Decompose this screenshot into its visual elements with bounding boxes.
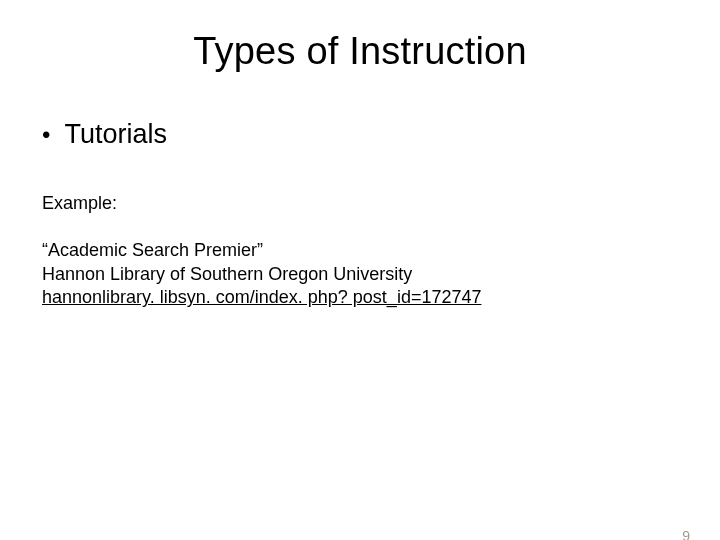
example-source: Hannon Library of Southern Oregon Univer… xyxy=(42,263,720,286)
page-title: Types of Instruction xyxy=(0,30,720,73)
example-block: Example: “Academic Search Premier” Hanno… xyxy=(42,192,720,310)
page-number: 9 xyxy=(682,528,690,540)
slide: Types of Instruction • Tutorials Example… xyxy=(0,30,720,540)
example-label: Example: xyxy=(42,192,720,215)
bullet-item: • Tutorials xyxy=(42,119,720,150)
example-quoted-title: “Academic Search Premier” xyxy=(42,239,720,262)
bullet-dot-icon: • xyxy=(42,123,50,147)
bullet-label: Tutorials xyxy=(64,119,167,150)
example-url-link[interactable]: hannonlibrary. libsyn. com/index. php? p… xyxy=(42,287,481,307)
